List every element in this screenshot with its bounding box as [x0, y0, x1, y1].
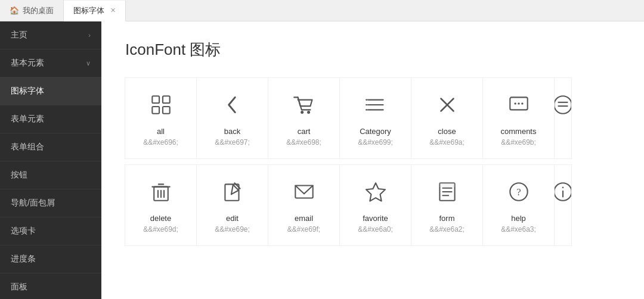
icon-cell-all[interactable]: all &&#xe696; — [125, 77, 197, 159]
sidebar-nav-label: 导航/面包屑 — [11, 198, 55, 208]
page-title: IconFont 图标 — [125, 39, 620, 60]
icon-cell-email[interactable]: email &&#xe69f; — [268, 164, 340, 246]
tab-close-icon[interactable]: ✕ — [110, 7, 116, 14]
icon-favorite-code: &&#xe6a0; — [358, 225, 393, 233]
icon-help-name: help — [511, 214, 526, 223]
close-icon — [435, 90, 460, 120]
icon-comments-code: &&#xe69b; — [501, 138, 536, 147]
arrow-icon: › — [88, 32, 91, 39]
sidebar-tabs-label: 选项卡 — [11, 226, 36, 236]
svg-point-18 — [554, 96, 571, 113]
icon-help-code: &&#xe6a3; — [501, 225, 536, 233]
sidebar-item-tabs[interactable]: 选项卡 — [0, 217, 101, 245]
comments-icon — [506, 90, 531, 120]
sidebar-item-nav[interactable]: 导航/面包屑 — [0, 189, 101, 217]
sidebar-item-basic[interactable]: 基本元素 ∨ — [0, 49, 101, 77]
icon-email-name: email — [295, 214, 313, 223]
icon-category-name: Category — [360, 127, 391, 136]
sidebar-basic-label: 基本元素 — [11, 58, 44, 68]
sidebar-home-label: 主页 — [11, 30, 27, 41]
icon-close-code: &&#xe69a; — [429, 138, 465, 147]
main-layout: 主页 › 基本元素 ∨ 图标字体 表单元素 表单组合 按钮 导航/面包屑 选项卡… — [0, 21, 644, 299]
edit-icon — [220, 177, 245, 207]
sidebar-item-form-group[interactable]: 表单组合 — [0, 133, 101, 161]
svg-point-17 — [521, 102, 523, 104]
icon-email-code: &&#xe69f; — [287, 225, 320, 233]
icon-cell-form[interactable]: form &&#xe6a2; — [411, 164, 483, 246]
info-icon — [554, 177, 572, 207]
delete-icon — [148, 177, 174, 207]
icon-cart-code: &&#xe698; — [286, 138, 321, 147]
icon-cell-close[interactable]: close &&#xe69a; — [411, 77, 483, 159]
sidebar-progress-label: 进度条 — [11, 254, 36, 264]
icon-cell-edit[interactable]: edit &&#xe69e; — [196, 164, 268, 246]
icon-edit-code: &&#xe69e; — [215, 225, 250, 233]
svg-marker-33 — [366, 183, 385, 201]
icon-grid-row2: delete &&#xe69d; edit &&#xe69e; — [125, 165, 620, 246]
svg-point-4 — [301, 111, 304, 114]
icon-cell-info — [554, 164, 572, 246]
all-icon — [148, 90, 174, 120]
form-icon — [435, 177, 460, 207]
sidebar-item-home[interactable]: 主页 › — [0, 21, 101, 49]
sidebar-button-label: 按钮 — [11, 170, 27, 180]
icon-cell-category[interactable]: Category &&#xe699; — [339, 77, 411, 159]
icon-cell-cart[interactable]: cart &&#xe698; — [268, 77, 340, 159]
icon-cell-favorite[interactable]: favorite &&#xe6a0; — [339, 164, 411, 246]
icon-grid-row1: all &&#xe696; back &&#xe697; — [125, 78, 620, 159]
home-icon: 🏠 — [10, 6, 19, 15]
tab-home[interactable]: 🏠 我的桌面 — [0, 0, 64, 21]
icon-edit-name: edit — [226, 214, 239, 223]
sidebar-iconfont-label: 图标字体 — [11, 86, 44, 96]
icon-all-code: &&#xe696; — [143, 138, 178, 147]
sidebar-item-button[interactable]: 按钮 — [0, 161, 101, 189]
icon-form-name: form — [439, 214, 455, 223]
icon-cell-delete[interactable]: delete &&#xe69d; — [125, 164, 197, 246]
icon-back-name: back — [224, 127, 240, 136]
sidebar: 主页 › 基本元素 ∨ 图标字体 表单元素 表单组合 按钮 导航/面包屑 选项卡… — [0, 21, 101, 299]
tab-bar: 🏠 我的桌面 图标字体 ✕ — [0, 0, 644, 21]
icon-cell-back[interactable]: back &&#xe697; — [196, 77, 268, 159]
icon-cart-name: cart — [298, 127, 311, 136]
icon-cell-help[interactable]: ? help &&#xe6a3; — [482, 164, 555, 246]
icon-favorite-name: favorite — [363, 214, 388, 223]
svg-rect-1 — [162, 96, 169, 103]
svg-point-15 — [514, 102, 516, 104]
svg-rect-38 — [439, 183, 454, 187]
icon-category-code: &&#xe699; — [358, 138, 393, 147]
svg-point-16 — [518, 102, 519, 104]
svg-point-43 — [562, 187, 564, 189]
sidebar-panel-label: 面板 — [11, 282, 27, 292]
chevron-down-icon: ∨ — [86, 60, 91, 67]
sidebar-item-panel[interactable]: 面板 — [0, 273, 101, 299]
svg-rect-0 — [152, 96, 159, 103]
icon-cell-comments[interactable]: comments &&#xe69b; — [482, 77, 555, 159]
help-icon: ? — [506, 177, 531, 207]
icon-cell-partial — [554, 77, 572, 159]
icon-all-name: all — [157, 127, 165, 136]
sidebar-item-iconfont[interactable]: 图标字体 — [0, 77, 101, 105]
category-icon — [363, 90, 388, 120]
sidebar-form-elements-label: 表单元素 — [11, 114, 44, 124]
icon-comments-name: comments — [501, 127, 537, 136]
icon-form-code: &&#xe6a2; — [429, 225, 465, 233]
svg-rect-2 — [152, 107, 159, 114]
favorite-icon — [363, 177, 388, 207]
tab-iconfont[interactable]: 图标字体 ✕ — [64, 1, 126, 21]
sidebar-form-group-label: 表单组合 — [11, 142, 44, 152]
email-icon — [292, 177, 317, 207]
icon-delete-code: &&#xe69d; — [143, 225, 178, 233]
icon-delete-name: delete — [150, 214, 171, 223]
sidebar-item-form-elements[interactable]: 表单元素 — [0, 105, 101, 133]
svg-text:?: ? — [516, 186, 521, 198]
tab-home-label: 我的桌面 — [23, 5, 54, 16]
svg-point-5 — [307, 111, 310, 114]
svg-rect-3 — [162, 107, 169, 114]
partial-icon — [554, 90, 572, 120]
icon-back-code: &&#xe697; — [215, 138, 250, 147]
icon-close-name: close — [438, 127, 456, 136]
content-area: IconFont 图标 all &&#xe696; — [101, 21, 644, 299]
sidebar-item-progress[interactable]: 进度条 — [0, 245, 101, 273]
cart-icon — [292, 90, 317, 120]
back-icon — [220, 90, 245, 120]
